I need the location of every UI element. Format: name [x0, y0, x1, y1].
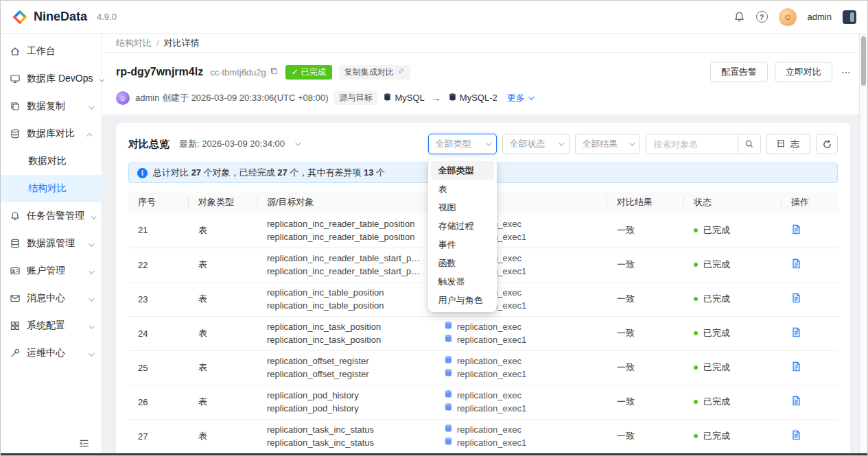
database-icon: [444, 368, 453, 381]
database-icon: [444, 355, 453, 368]
status-badge: ✓ 已完成: [285, 65, 332, 80]
object-type: 表: [189, 419, 257, 453]
database-icon: [444, 320, 453, 333]
object-type: 表: [189, 213, 257, 248]
help-icon[interactable]: ?: [756, 11, 768, 23]
brand[interactable]: NineData: [12, 9, 87, 25]
table-row: 25表replication_offset_registerreplicatio…: [128, 350, 839, 385]
mail-icon: [10, 293, 21, 304]
database-icon: [444, 423, 453, 436]
sidebar-item-data-replication[interactable]: 数据复制: [1, 93, 102, 120]
row-status: 已完成: [694, 361, 730, 374]
sidebar-item-datasource[interactable]: 数据源管理: [1, 230, 102, 257]
username[interactable]: admin: [808, 12, 832, 22]
sidebar-item-message-center[interactable]: 消息中心: [1, 285, 102, 312]
sidebar-item-task-alert[interactable]: 任务告警管理: [1, 202, 102, 230]
search-input[interactable]: [646, 134, 738, 154]
row-log-icon[interactable]: [791, 224, 801, 235]
row-index: 26: [128, 385, 189, 419]
status-dot-icon: [694, 400, 698, 404]
sidebar: 工作台 数据库 DevOps 数据复制 数据库对比 数据对比 结构对比 任务告警…: [1, 34, 102, 456]
more-link[interactable]: 更多: [507, 92, 532, 104]
row-index: 27: [128, 419, 189, 453]
chevron-down-icon: [295, 140, 301, 145]
status-dot-icon: [694, 263, 698, 267]
result-filter-select[interactable]: 全部结果: [575, 134, 640, 154]
dropdown-option[interactable]: 存储过程: [431, 217, 494, 235]
breadcrumb-parent[interactable]: 结构对比: [116, 37, 152, 49]
search-icon[interactable]: [738, 134, 760, 154]
refresh-icon[interactable]: [816, 134, 838, 154]
compare-result: 一致: [607, 213, 684, 248]
link-icon[interactable]: [397, 67, 405, 77]
database-icon: [444, 436, 453, 449]
sidebar-item-ops-center[interactable]: 运维中心: [1, 339, 102, 367]
row-status: 已完成: [694, 224, 730, 237]
task-type-tag: 复制集成对比: [339, 65, 410, 80]
type-filter-select[interactable]: 全部类型: [428, 134, 497, 154]
grid-icon: [10, 320, 21, 331]
row-log-icon[interactable]: [791, 259, 801, 269]
target-object: replication_inc_table_position: [267, 299, 425, 312]
side-panel-icon[interactable]: [843, 10, 856, 24]
col-index: 序号: [128, 191, 189, 213]
dropdown-option[interactable]: 触发器: [431, 272, 494, 291]
chevron-down-icon: [89, 320, 93, 331]
row-status: 已完成: [694, 293, 730, 305]
row-log-icon[interactable]: [791, 361, 801, 372]
row-log-icon[interactable]: [791, 430, 801, 440]
alert-bell-icon: [10, 211, 21, 221]
latest-time-select[interactable]: 最新: 2026-03-09 20:34:00: [179, 138, 299, 150]
sidebar-item-account[interactable]: 账户管理: [1, 257, 102, 285]
dropdown-option[interactable]: 函数: [431, 254, 494, 272]
row-status: 已完成: [694, 430, 730, 442]
row-index: 22: [128, 248, 189, 282]
dropdown-option[interactable]: 用户与角色: [431, 291, 494, 309]
chevron-down-icon: [89, 293, 93, 304]
collapse-sidebar-icon[interactable]: [1, 431, 102, 456]
dropdown-option[interactable]: 表: [431, 180, 494, 198]
more-actions-button[interactable]: ⋯: [839, 67, 854, 77]
task-header: rp-dgy7wnjrm4lz cc-tbmtj6du2g ✓ 已完成 复制集成…: [102, 53, 867, 115]
notification-bell-icon[interactable]: [734, 11, 745, 23]
breadcrumb: 结构对比 / 对比详情: [102, 34, 867, 53]
vertical-scrollbar[interactable]: [859, 34, 867, 455]
sidebar-item-system-config[interactable]: 系统配置: [1, 312, 102, 339]
configure-alert-button[interactable]: 配置告警: [710, 62, 768, 82]
task-id: cc-tbmtj6du2g: [210, 67, 279, 77]
chevron-down-icon: [630, 140, 635, 145]
row-index: 21: [128, 213, 189, 248]
row-log-icon[interactable]: [791, 293, 801, 303]
row-log-icon[interactable]: [791, 396, 801, 406]
arrow-right-icon: →: [432, 93, 441, 104]
database-icon: [444, 333, 453, 346]
dropdown-option[interactable]: 事件: [431, 235, 494, 254]
chevron-down-icon: [89, 238, 93, 249]
copy-icon[interactable]: [270, 67, 279, 77]
monitor-icon: [10, 73, 21, 84]
sidebar-item-workbench[interactable]: 工作台: [1, 38, 102, 65]
user-avatar[interactable]: ☺: [779, 8, 797, 26]
source-db: replication_exec: [444, 320, 598, 333]
dropdown-option[interactable]: 全部类型: [431, 161, 494, 180]
object-type: 表: [189, 282, 257, 316]
compare-now-button[interactable]: 立即对比: [775, 62, 832, 82]
chevron-down-icon: [89, 101, 93, 112]
type-filter-dropdown: 全部类型 表 视图 存储过程 事件 函数 触发器 用户与角色: [428, 158, 497, 312]
status-filter-select[interactable]: 全部状态: [502, 134, 570, 154]
table-row: 27表replication_task_inc_statusreplicatio…: [128, 419, 839, 453]
log-button[interactable]: 日 志: [766, 134, 810, 154]
col-status: 状态: [684, 191, 782, 213]
object-type: 表: [189, 385, 257, 419]
row-log-icon[interactable]: [791, 327, 801, 337]
source-object: replication_inc_reader_table_start_posit…: [267, 252, 425, 265]
sidebar-item-database-compare[interactable]: 数据库对比: [1, 120, 102, 147]
chevron-down-icon: [89, 265, 93, 276]
sidebar-item-database-devops[interactable]: 数据库 DevOps: [1, 65, 102, 93]
scrollbar-thumb[interactable]: [861, 36, 866, 86]
source-db: replication_exec: [444, 355, 598, 368]
sidebar-item-data-compare[interactable]: 数据对比: [1, 147, 102, 175]
dropdown-option[interactable]: 视图: [431, 198, 494, 217]
sidebar-item-structure-compare[interactable]: 结构对比: [1, 175, 102, 202]
datasource-icon: [10, 238, 21, 249]
